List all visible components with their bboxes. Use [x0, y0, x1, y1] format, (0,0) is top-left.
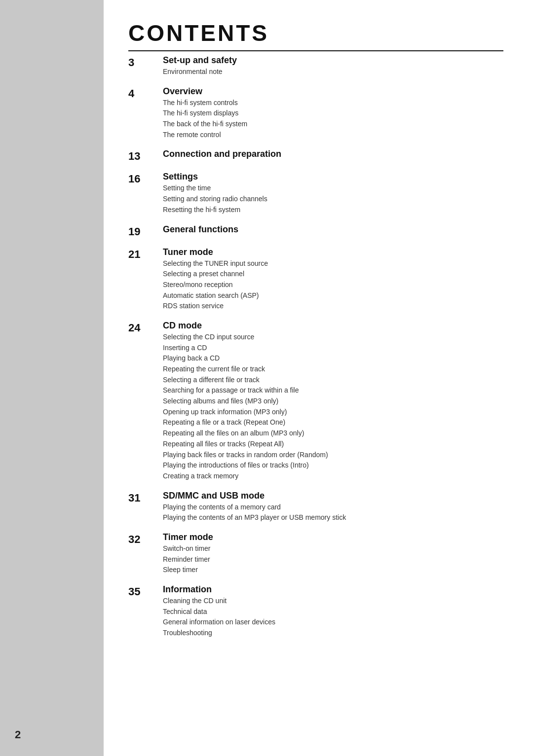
toc-content: Tuner modeSelecting the TUNER input sour… — [163, 247, 503, 312]
toc-number: 16 — [128, 172, 163, 185]
toc-heading: Timer mode — [163, 532, 503, 542]
toc-subitem: Reminder timer — [163, 554, 503, 565]
toc-content: OverviewThe hi-fi system controlsThe hi-… — [163, 86, 503, 141]
toc-subitem: Cleaning the CD unit — [163, 596, 503, 607]
toc-subitem: Inserting a CD — [163, 343, 503, 354]
toc-row: 35InformationCleaning the CD unitTechnic… — [128, 584, 503, 639]
toc-subitem: Creating a track memory — [163, 471, 503, 482]
toc-subitems: Selecting the TUNER input sourceSelectin… — [163, 258, 503, 312]
toc-subitem: Selecting a different file or track — [163, 375, 503, 386]
toc-heading: Information — [163, 584, 503, 595]
toc-subitem: Playing the contents of a memory card — [163, 502, 503, 513]
toc-subitem: Sleep timer — [163, 565, 503, 576]
toc-subitem: RDS station service — [163, 301, 503, 312]
toc-subitem: Repeating the current file or track — [163, 364, 503, 375]
toc-list: 3Set-up and safetyEnvironmental note4Ove… — [128, 55, 503, 639]
toc-subitem: Setting the time — [163, 183, 503, 194]
page-title: CONTENTS — [128, 20, 503, 51]
toc-number: 21 — [128, 247, 163, 261]
toc-content: Connection and preparation — [163, 149, 503, 160]
toc-content: Timer modeSwitch-on timerReminder timerS… — [163, 532, 503, 576]
toc-content: SettingsSetting the timeSetting and stor… — [163, 172, 503, 215]
toc-subitems: The hi-fi system controlsThe hi-fi syste… — [163, 98, 503, 141]
toc-content: Set-up and safetyEnvironmental note — [163, 55, 503, 77]
toc-subitem: Repeating all files or tracks (Repeat Al… — [163, 439, 503, 450]
toc-row: 4OverviewThe hi-fi system controlsThe hi… — [128, 86, 503, 141]
toc-heading: General functions — [163, 224, 503, 235]
toc-subitem: Switch-on timer — [163, 543, 503, 554]
toc-subitem: Selecting the CD input source — [163, 332, 503, 343]
toc-subitem: General information on laser devices — [163, 617, 503, 628]
toc-subitems: Switch-on timerReminder timerSleep timer — [163, 543, 503, 576]
toc-subitem: Selecting the TUNER input source — [163, 258, 503, 269]
toc-subitems: Environmental note — [163, 67, 503, 77]
toc-subitem: Environmental note — [163, 67, 503, 77]
toc-number: 13 — [128, 149, 163, 163]
toc-subitem: The hi-fi system displays — [163, 108, 503, 119]
toc-row: 31SD/MMC and USB modePlaying the content… — [128, 491, 503, 523]
toc-subitems: Cleaning the CD unitTechnical dataGenera… — [163, 596, 503, 639]
toc-subitem: Searching for a passage or track within … — [163, 385, 503, 396]
toc-subitems: Setting the timeSetting and storing radi… — [163, 183, 503, 215]
toc-subitem: Stereo/mono reception — [163, 280, 503, 290]
toc-subitems: Playing the contents of a memory cardPla… — [163, 502, 503, 523]
toc-content: SD/MMC and USB modePlaying the contents … — [163, 491, 503, 523]
toc-subitem: Setting and storing radio channels — [163, 194, 503, 205]
toc-heading: Set-up and safety — [163, 55, 503, 66]
toc-heading: Settings — [163, 172, 503, 182]
sidebar-page-number: 2 — [15, 728, 104, 741]
toc-row: 3Set-up and safetyEnvironmental note — [128, 55, 503, 77]
toc-subitem: Resetting the hi-fi system — [163, 205, 503, 216]
toc-number: 32 — [128, 532, 163, 546]
toc-heading: CD mode — [163, 321, 503, 331]
toc-content: InformationCleaning the CD unitTechnical… — [163, 584, 503, 639]
toc-heading: SD/MMC and USB mode — [163, 491, 503, 501]
toc-number: 4 — [128, 86, 163, 100]
toc-subitem: The back of the hi-fi system — [163, 119, 503, 130]
toc-subitem: Selecting a preset channel — [163, 269, 503, 280]
toc-row: 32Timer modeSwitch-on timerReminder time… — [128, 532, 503, 576]
toc-subitem: Opening up track information (MP3 only) — [163, 407, 503, 418]
toc-number: 35 — [128, 584, 163, 598]
toc-subitem: The hi-fi system controls — [163, 98, 503, 108]
toc-content: CD modeSelecting the CD input sourceInse… — [163, 321, 503, 482]
toc-row: 19General functions — [128, 224, 503, 238]
toc-subitems: Selecting the CD input sourceInserting a… — [163, 332, 503, 482]
toc-subitem: Playing back a CD — [163, 353, 503, 364]
toc-subitem: Playing back files or tracks in random o… — [163, 450, 503, 461]
toc-content: General functions — [163, 224, 503, 236]
toc-subitem: Automatic station search (ASP) — [163, 290, 503, 301]
toc-row: 24CD modeSelecting the CD input sourceIn… — [128, 321, 503, 482]
toc-subitem: The remote control — [163, 130, 503, 141]
toc-row: 21Tuner modeSelecting the TUNER input so… — [128, 247, 503, 312]
toc-subitem: Selecting albums and files (MP3 only) — [163, 396, 503, 407]
toc-heading: Tuner mode — [163, 247, 503, 257]
toc-heading: Overview — [163, 86, 503, 97]
toc-row: 13Connection and preparation — [128, 149, 503, 163]
toc-number: 3 — [128, 55, 163, 69]
toc-row: 16SettingsSetting the timeSetting and st… — [128, 172, 503, 215]
toc-number: 31 — [128, 491, 163, 504]
toc-number: 24 — [128, 321, 163, 334]
toc-subitem: Repeating a file or a track (Repeat One) — [163, 417, 503, 428]
main-content: CONTENTS 3Set-up and safetyEnvironmental… — [104, 0, 533, 756]
toc-number: 19 — [128, 224, 163, 238]
toc-subitem: Playing the contents of an MP3 player or… — [163, 512, 503, 523]
toc-subitem: Playing the introductions of files or tr… — [163, 460, 503, 471]
toc-subitem: Repeating all the files on an album (MP3… — [163, 428, 503, 439]
toc-subitem: Troubleshooting — [163, 628, 503, 639]
toc-subitem: Technical data — [163, 607, 503, 617]
sidebar: 2 — [0, 0, 104, 756]
toc-heading: Connection and preparation — [163, 149, 503, 159]
